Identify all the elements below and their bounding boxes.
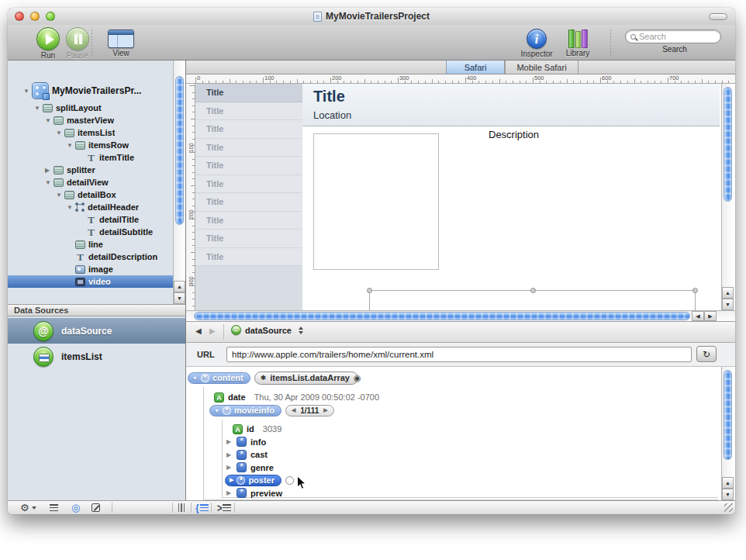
scroll-right-arrow[interactable]: ▶: [704, 311, 717, 321]
list-row-title[interactable]: Title: [195, 139, 302, 157]
node-pill-movieinfo[interactable]: ▼*movieinfo: [209, 405, 281, 417]
disclosure-open-icon[interactable]: ▼: [34, 105, 43, 112]
disclosure-closed-icon[interactable]: ▶: [230, 477, 233, 483]
back-arrow-icon[interactable]: ◀: [195, 327, 202, 335]
list-row-title[interactable]: Title: [195, 248, 302, 267]
tree-item-masterview[interactable]: ▼masterView: [8, 114, 185, 126]
list-row-title[interactable]: Title: [195, 212, 302, 230]
disclosure-open-icon[interactable]: ▼: [45, 179, 54, 186]
node-row-info[interactable]: ▶*info: [225, 436, 266, 448]
data-source-item-itemslist[interactable]: itemsList: [8, 344, 185, 369]
selection-handle[interactable]: [367, 288, 372, 293]
scroll-down-arrow[interactable]: ▼: [722, 489, 734, 500]
refresh-button[interactable]: ↻: [696, 346, 717, 362]
toolbar-toggle-button[interactable]: [709, 13, 727, 20]
drag-handle-icon[interactable]: [178, 502, 185, 513]
node-row-poster[interactable]: ▶*poster: [225, 474, 294, 486]
disclosure-open-icon[interactable]: ▼: [214, 408, 219, 413]
scroll-up-arrow[interactable]: ▲: [722, 477, 734, 489]
url-input[interactable]: [226, 347, 692, 362]
canvas-vertical-scrollbar[interactable]: ▲ ▼: [721, 84, 734, 310]
pause-button[interactable]: Pause: [56, 26, 99, 60]
target-icon[interactable]: ◉: [354, 373, 361, 383]
tree-item-line[interactable]: line: [8, 238, 185, 251]
tree-item-detailheader[interactable]: ▼detailHeader: [8, 201, 185, 213]
detail-header[interactable]: Title Location: [302, 84, 720, 126]
list-row-title[interactable]: Title: [195, 84, 302, 102]
disclosure-closed-icon[interactable]: ▶: [225, 451, 233, 458]
tree-item-detailview[interactable]: ▼detailView: [8, 176, 185, 188]
image-placeholder[interactable]: [313, 133, 439, 270]
minimize-button-icon[interactable]: [30, 12, 40, 21]
node-row-genre[interactable]: ▶*genre: [225, 461, 274, 474]
tree-item-splitter[interactable]: ▶splitter: [8, 164, 185, 176]
data-source-item-datasource[interactable]: @dataSource: [8, 318, 185, 344]
edit-icon[interactable]: [92, 502, 100, 513]
tab-safari[interactable]: Safari: [446, 60, 505, 74]
canvas-horizontal-scrollbar[interactable]: ◀ ▶: [186, 310, 735, 322]
node-pill-poster[interactable]: ▶*poster: [225, 475, 281, 486]
title-bar[interactable]: MyMovieTrailersProject: [8, 8, 735, 25]
tree-item-itemtitle[interactable]: TitemTitle: [8, 151, 185, 164]
list-row-title[interactable]: Title: [195, 157, 302, 175]
node-row-movieinfo[interactable]: ▼*movieinfo◀1/111▶: [209, 404, 334, 417]
list-row-title[interactable]: Title: [195, 230, 302, 248]
attr-row-id[interactable]: Aid3039: [233, 423, 281, 435]
tree-item-mymovietrailerspr[interactable]: ▼MyMovieTrailersPr...: [8, 80, 185, 102]
description-text[interactable]: Description: [489, 129, 539, 140]
tree-item-detailbox[interactable]: ▼detailBox: [8, 188, 185, 201]
tree-item-detailtitle[interactable]: TdetailTitle: [8, 213, 185, 226]
binding-radio[interactable]: [285, 476, 294, 485]
selection-handle[interactable]: [692, 288, 698, 293]
tree-item-detailsubtitle[interactable]: TdetailSubtitle: [8, 226, 185, 238]
node-row-cast[interactable]: ▶*cast: [225, 448, 268, 461]
binding-capsule[interactable]: ✱itemsList.dataArray◉: [254, 372, 358, 385]
close-button-icon[interactable]: [15, 12, 24, 21]
detail-title-text[interactable]: Title: [313, 88, 345, 105]
inspector-button[interactable]: i Inspector: [515, 26, 558, 58]
list-row-title[interactable]: Title: [195, 120, 302, 139]
scrollbar-thumb[interactable]: [175, 76, 184, 225]
video-element-selection[interactable]: [369, 290, 696, 310]
tab-mobile-safari[interactable]: Mobile Safari: [505, 60, 578, 74]
forward-arrow-icon[interactable]: ▶: [209, 327, 216, 335]
disclosure-closed-icon[interactable]: ▶: [225, 489, 233, 496]
tree-item-image[interactable]: image: [8, 263, 185, 275]
stepper-prev-icon[interactable]: ◀: [292, 407, 295, 413]
list-row-title[interactable]: Title: [195, 193, 302, 212]
disclosure-open-icon[interactable]: ▼: [67, 204, 75, 211]
record-stepper[interactable]: ◀1/111▶: [285, 405, 334, 417]
disclosure-open-icon[interactable]: ▼: [56, 130, 64, 137]
node-row-preview[interactable]: ▶*preview: [225, 487, 282, 500]
disclosure-open-icon[interactable]: ▼: [23, 88, 32, 95]
tree-item-itemsrow[interactable]: ▼itemsRow: [8, 139, 185, 151]
stack-run-icon[interactable]: >: [217, 502, 231, 513]
search-input[interactable]: [639, 32, 709, 41]
scroll-up-arrow[interactable]: ▲: [722, 287, 734, 299]
attr-row-date[interactable]: AdateThu, 30 Apr 2009 00:50:02 -0700: [214, 391, 379, 403]
resize-grip[interactable]: [724, 503, 733, 512]
search-field[interactable]: [625, 29, 721, 43]
detail-location-text[interactable]: Location: [313, 109, 351, 121]
stepper-next-icon[interactable]: ▶: [323, 407, 327, 413]
tree-item-video[interactable]: video: [8, 275, 185, 288]
disclosure-closed-icon[interactable]: ▶: [45, 167, 54, 174]
list-icon[interactable]: [50, 502, 58, 513]
sidebar-scrollbar[interactable]: ▲ ▼: [173, 60, 185, 304]
disclosure-closed-icon[interactable]: ▶: [225, 464, 233, 471]
library-button[interactable]: Library: [560, 26, 596, 57]
scrollbar-thumb[interactable]: [194, 312, 690, 320]
disclosure-open-icon[interactable]: ▼: [67, 142, 75, 149]
scrollbar-thumb[interactable]: [724, 87, 732, 202]
tree-item-splitlayout[interactable]: ▼splitLayout: [8, 102, 185, 114]
view-button[interactable]: View: [99, 26, 143, 57]
disclosure-open-icon[interactable]: ▼: [192, 375, 198, 381]
scroll-down-arrow[interactable]: ▼: [722, 299, 734, 310]
panel-vertical-scrollbar[interactable]: ▲ ▼: [721, 367, 734, 500]
target-icon[interactable]: ◎: [71, 502, 80, 513]
list-row-title[interactable]: Title: [195, 102, 302, 121]
list-row-title[interactable]: Title: [195, 175, 302, 194]
tree-item-detaildescription[interactable]: TdetailDescription: [8, 251, 185, 263]
scrollbar-thumb[interactable]: [724, 370, 732, 460]
node-pill-content[interactable]: ▼*content: [188, 372, 250, 384]
